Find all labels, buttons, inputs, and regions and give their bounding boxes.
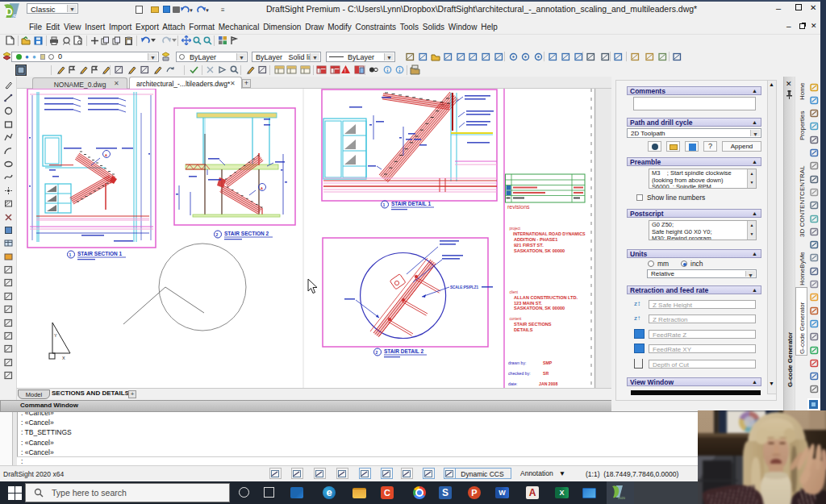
svg-text:SASKATOON, SK 00000: SASKATOON, SK 00000 (514, 306, 565, 310)
svg-text:A: A (105, 153, 107, 157)
svg-text:STAIR DETAIL 1: STAIR DETAIL 1 (391, 201, 432, 206)
svg-text:1: 1 (383, 202, 386, 207)
svg-text:!: ! (344, 67, 346, 74)
svg-text:STAIR SECTIONS: STAIR SECTIONS (514, 322, 552, 327)
svg-text:X: X (62, 356, 65, 360)
svg-text:date:: date: (508, 381, 518, 386)
svg-text:1: 1 (69, 252, 72, 257)
svg-text:A: A (261, 186, 263, 190)
svg-text:Y: Y (54, 333, 57, 338)
svg-text:checked by:: checked by: (508, 371, 531, 376)
svg-text:123 MAIN ST.: 123 MAIN ST. (514, 301, 542, 306)
svg-text:JAN 2008: JAN 2008 (539, 381, 557, 386)
svg-text:D: D (6, 6, 13, 18)
svg-text:STAIR DETAIL 2: STAIR DETAIL 2 (384, 348, 424, 354)
svg-text:2: 2 (216, 232, 219, 237)
svg-text:921 FIRST ST.: 921 FIRST ST. (514, 243, 544, 248)
svg-text:STAIR SECTION 2: STAIR SECTION 2 (224, 231, 269, 236)
svg-text:project: project (510, 227, 521, 231)
svg-text:2: 2 (376, 350, 378, 355)
svg-text:content: content (510, 317, 523, 321)
svg-text:STAIR SECTION 1: STAIR SECTION 1 (77, 251, 123, 256)
svg-text:INTERNATIONAL ROAD DYNAMICS: INTERNATIONAL ROAD DYNAMICS (513, 231, 586, 236)
svg-text:ALLAN CONSTRUCTION LTD.: ALLAN CONSTRUCTION LTD. (514, 295, 578, 300)
svg-text:SMP: SMP (543, 360, 553, 365)
svg-text:client: client (510, 290, 519, 294)
svg-text:SASKATOON, SK 00000: SASKATOON, SK 00000 (514, 248, 565, 253)
svg-text:2020: 2020 (618, 496, 626, 500)
svg-text:DETAILS: DETAILS (514, 327, 533, 332)
svg-text:drawn by:: drawn by: (508, 360, 527, 365)
svg-text:SCALE:PS/PLZ1: SCALE:PS/PLZ1 (450, 285, 479, 289)
svg-text:SR: SR (543, 371, 549, 376)
svg-text:revisions: revisions (507, 204, 530, 210)
svg-text:ADDITION - PHASE1: ADDITION - PHASE1 (514, 237, 557, 242)
